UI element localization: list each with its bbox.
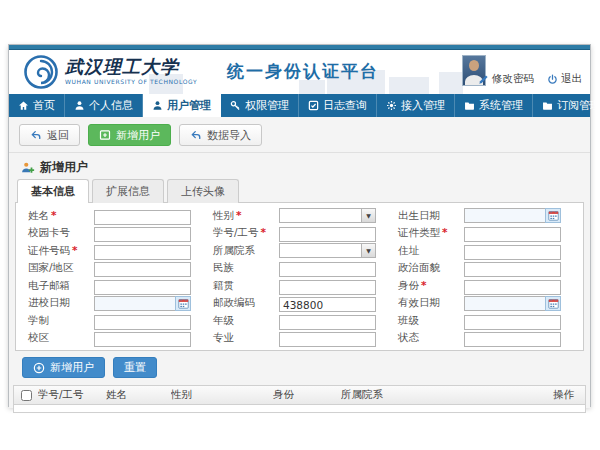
form-field-id-number: 证件号码* [28,242,213,260]
form-field-class: 班级 [398,312,583,330]
nav-item-profile[interactable]: 个人信息 [65,94,143,117]
study-length-input[interactable] [94,315,191,330]
ethnicity-input[interactable] [279,262,376,277]
table-column-header: 学号/工号 [38,388,106,402]
postal-code-input[interactable] [279,297,376,312]
native-place-input[interactable] [279,280,376,295]
birth-date-datepicker [464,208,561,223]
native-place-control [279,276,376,295]
nav-item-home[interactable]: 首页 [9,94,65,117]
table-column-header: 姓名 [106,388,171,402]
birth-date-input[interactable] [464,208,545,223]
nav-item-user-mgmt[interactable]: 用户管理 [143,94,221,117]
chevron-down-icon: ▼ [361,244,375,257]
form-panel: 姓名*性别*▼出生日期校园卡号学号/工号*证件类型*证件号码*所属院系▼住址国家… [15,202,584,351]
address-input[interactable] [464,245,561,260]
main-nav: 首页个人信息用户管理权限管理日志查询接入管理系统管理订阅管理 [9,94,590,117]
grade-input[interactable] [279,315,376,330]
campus-card-label: 校园卡号 [28,226,94,240]
back-button[interactable]: 返回 [19,124,80,146]
select-all-cell [14,390,38,401]
table-column-header: 所属院系 [341,388,553,402]
ethnicity-label: 民族 [213,261,279,275]
calendar-icon[interactable] [175,296,191,311]
email-input[interactable] [94,280,191,295]
calendar-icon[interactable] [545,208,561,223]
import-arrow-icon [190,129,202,141]
nav-item-label: 首页 [33,98,55,113]
platform-title: 统一身份认证平台 [227,60,379,83]
select-all-checkbox[interactable] [21,390,32,401]
section-title: 新增用户 [40,159,88,176]
birth-date-control [464,208,561,223]
name-label: 姓名* [28,209,94,223]
results-table-body [13,405,586,413]
logout-link[interactable]: 退出 [547,72,582,86]
calendar-icon[interactable] [545,296,561,311]
required-star: * [51,209,57,221]
name-input[interactable] [94,210,191,225]
nav-item-log-query[interactable]: 日志查询 [299,94,377,117]
id-type-label: 证件类型* [398,226,464,240]
gender-select[interactable]: ▼ [279,208,376,223]
tab-basic-info[interactable]: 基本信息 [17,179,89,203]
postal-code-control [279,294,376,313]
form-tabs: 基本信息扩展信息上传头像 [9,179,590,203]
valid-date-input[interactable] [464,296,545,311]
data-import-button[interactable]: 数据导入 [179,124,262,146]
nav-item-system-mgmt[interactable]: 系统管理 [455,94,533,117]
form-field-postal-code: 邮政编码 [213,295,398,313]
campus-input[interactable] [94,332,191,347]
id-number-input[interactable] [94,245,191,260]
country-input[interactable] [94,262,191,277]
main-content: 返回 新增用户 数据导入 新增用户 基本信息扩展信息上传头像 姓名*性别*▼出生… [9,117,590,408]
political-status-input[interactable] [464,262,561,277]
nav-item-access-mgmt[interactable]: 接入管理 [377,94,455,117]
chevron-down-icon: ▼ [361,209,375,222]
major-input[interactable] [279,332,376,347]
add-user-toolbar-label: 新增用户 [116,128,160,143]
tab-upload-avatar[interactable]: 上传头像 [167,179,239,203]
folder-icon [464,100,475,111]
form-field-name: 姓名* [28,207,213,225]
entry-date-input[interactable] [94,296,175,311]
email-label: 电子邮箱 [28,279,94,293]
add-user-toolbar-button[interactable]: 新增用户 [88,124,171,146]
nav-item-label: 个人信息 [89,98,133,113]
identity-input[interactable] [464,280,561,295]
status-control [464,329,561,348]
form-field-major: 专业 [213,330,398,348]
id-type-input[interactable] [464,227,561,242]
class-input[interactable] [464,315,561,330]
log-icon [308,100,319,111]
form-field-grade: 年级 [213,312,398,330]
table-column-header: 性别 [171,388,273,402]
form-field-birth-date: 出生日期 [398,207,583,225]
grade-label: 年级 [213,314,279,328]
department-select[interactable]: ▼ [279,243,376,258]
add-person-icon [21,161,35,175]
email-control [94,276,191,295]
change-password-label: 修改密码 [492,72,534,86]
gender-control: ▼ [279,208,376,223]
submit-add-user-button[interactable]: 新增用户 [22,357,105,378]
student-id-input[interactable] [279,227,376,242]
skyline-decoration [439,72,463,94]
form-field-valid-date: 有效日期 [398,295,583,313]
change-password-link[interactable]: 修改密码 [478,72,534,86]
reset-button[interactable]: 重置 [113,357,157,378]
name-control [94,206,191,225]
form-field-gender: 性别*▼ [213,207,398,225]
class-label: 班级 [398,314,464,328]
campus-card-input[interactable] [94,227,191,242]
add-circle-icon [33,362,45,374]
section-header: 新增用户 [9,153,590,179]
identity-control [464,276,561,295]
address-label: 住址 [398,244,464,258]
nav-item-permission-mgmt[interactable]: 权限管理 [221,94,299,117]
status-input[interactable] [464,332,561,347]
nav-item-subscription-mgmt[interactable]: 订阅管理 [533,94,600,117]
required-star: * [72,244,78,256]
header-links: 修改密码 退出 [478,72,582,86]
tab-extended-info[interactable]: 扩展信息 [92,179,164,203]
